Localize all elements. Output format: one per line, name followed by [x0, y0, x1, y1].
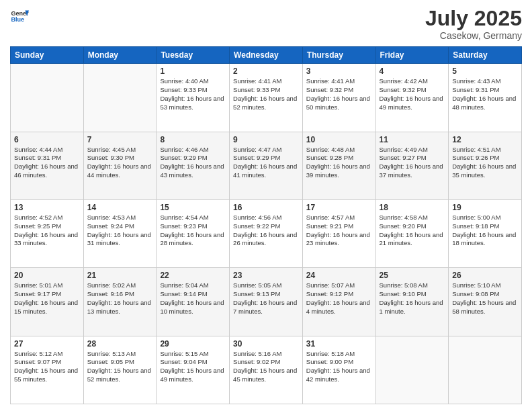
calendar-header-row: Sunday Monday Tuesday Wednesday Thursday…: [11, 47, 522, 64]
table-row: [11, 64, 84, 132]
day-number: 21: [87, 271, 153, 280]
day-content: Sunrise: 5:12 AM Sunset: 9:07 PM Dayligh…: [14, 350, 80, 384]
table-row: 27Sunrise: 5:12 AM Sunset: 9:07 PM Dayli…: [11, 336, 84, 404]
day-number: 27: [14, 339, 80, 349]
day-content: Sunrise: 4:40 AM Sunset: 9:33 PM Dayligh…: [160, 77, 226, 111]
day-number: 25: [380, 271, 445, 280]
day-number: 5: [452, 66, 518, 76]
day-number: 11: [380, 135, 445, 144]
day-content: Sunrise: 5:05 AM Sunset: 9:13 PM Dayligh…: [233, 281, 299, 316]
day-number: 29: [160, 339, 226, 349]
day-content: Sunrise: 4:54 AM Sunset: 9:23 PM Dayligh…: [160, 214, 226, 248]
day-content: Sunrise: 4:52 AM Sunset: 9:25 PM Dayligh…: [14, 214, 80, 248]
day-number: 4: [380, 66, 445, 76]
table-row: 28Sunrise: 5:13 AM Sunset: 9:05 PM Dayli…: [83, 336, 157, 404]
day-number: 24: [306, 271, 372, 280]
day-content: Sunrise: 4:53 AM Sunset: 9:24 PM Dayligh…: [87, 214, 153, 248]
day-number: 14: [87, 203, 153, 212]
col-wednesday: Wednesday: [230, 47, 303, 64]
page: General Blue July 2025 Casekow, Germany …: [0, 0, 532, 411]
table-row: [375, 336, 449, 404]
table-row: 2Sunrise: 4:41 AM Sunset: 9:33 PM Daylig…: [230, 64, 303, 132]
day-number: 13: [14, 203, 80, 212]
table-row: 11Sunrise: 4:49 AM Sunset: 9:27 PM Dayli…: [375, 132, 449, 199]
day-content: Sunrise: 4:41 AM Sunset: 9:32 PM Dayligh…: [306, 77, 372, 111]
table-row: 8Sunrise: 4:46 AM Sunset: 9:29 PM Daylig…: [157, 132, 230, 199]
day-number: 8: [160, 135, 226, 144]
header: General Blue July 2025 Casekow, Germany: [10, 7, 522, 41]
col-saturday: Saturday: [449, 47, 522, 64]
col-friday: Friday: [375, 47, 449, 64]
col-sunday: Sunday: [11, 47, 84, 64]
day-content: Sunrise: 4:57 AM Sunset: 9:21 PM Dayligh…: [306, 214, 372, 248]
table-row: 16Sunrise: 4:56 AM Sunset: 9:22 PM Dayli…: [230, 199, 303, 267]
day-number: 18: [380, 203, 445, 212]
table-row: 13Sunrise: 4:52 AM Sunset: 9:25 PM Dayli…: [11, 199, 84, 267]
day-number: 17: [306, 203, 372, 212]
month-title: July 2025: [425, 7, 522, 30]
day-content: Sunrise: 5:08 AM Sunset: 9:10 PM Dayligh…: [380, 281, 445, 316]
day-number: 26: [452, 271, 518, 280]
table-row: 4Sunrise: 4:42 AM Sunset: 9:32 PM Daylig…: [375, 64, 449, 132]
day-content: Sunrise: 4:56 AM Sunset: 9:22 PM Dayligh…: [233, 214, 299, 248]
day-number: 30: [233, 339, 299, 349]
table-row: 29Sunrise: 5:15 AM Sunset: 9:04 PM Dayli…: [157, 336, 230, 404]
logo: General Blue: [10, 7, 29, 26]
day-content: Sunrise: 4:43 AM Sunset: 9:31 PM Dayligh…: [452, 77, 518, 111]
day-content: Sunrise: 5:01 AM Sunset: 9:17 PM Dayligh…: [14, 281, 80, 316]
day-content: Sunrise: 5:16 AM Sunset: 9:02 PM Dayligh…: [233, 350, 299, 384]
table-row: 18Sunrise: 4:58 AM Sunset: 9:20 PM Dayli…: [375, 199, 449, 267]
day-content: Sunrise: 5:15 AM Sunset: 9:04 PM Dayligh…: [160, 350, 226, 384]
table-row: 15Sunrise: 4:54 AM Sunset: 9:23 PM Dayli…: [157, 199, 230, 267]
day-number: 12: [452, 135, 518, 144]
logo-icon: General Blue: [10, 7, 29, 26]
table-row: 22Sunrise: 5:04 AM Sunset: 9:14 PM Dayli…: [157, 268, 230, 336]
calendar-week-row: 6Sunrise: 4:44 AM Sunset: 9:31 PM Daylig…: [11, 132, 522, 199]
table-row: 23Sunrise: 5:05 AM Sunset: 9:13 PM Dayli…: [230, 268, 303, 336]
day-content: Sunrise: 4:45 AM Sunset: 9:30 PM Dayligh…: [87, 146, 153, 180]
table-row: [83, 64, 157, 132]
table-row: 30Sunrise: 5:16 AM Sunset: 9:02 PM Dayli…: [230, 336, 303, 404]
calendar-week-row: 27Sunrise: 5:12 AM Sunset: 9:07 PM Dayli…: [11, 336, 522, 404]
calendar-week-row: 1Sunrise: 4:40 AM Sunset: 9:33 PM Daylig…: [11, 64, 522, 132]
day-content: Sunrise: 4:42 AM Sunset: 9:32 PM Dayligh…: [380, 77, 445, 111]
day-content: Sunrise: 5:02 AM Sunset: 9:16 PM Dayligh…: [87, 281, 153, 316]
table-row: 25Sunrise: 5:08 AM Sunset: 9:10 PM Dayli…: [375, 268, 449, 336]
title-block: July 2025 Casekow, Germany: [425, 7, 522, 41]
table-row: 7Sunrise: 4:45 AM Sunset: 9:30 PM Daylig…: [83, 132, 157, 199]
day-number: 23: [233, 271, 299, 280]
table-row: 24Sunrise: 5:07 AM Sunset: 9:12 PM Dayli…: [302, 268, 375, 336]
calendar-week-row: 20Sunrise: 5:01 AM Sunset: 9:17 PM Dayli…: [11, 268, 522, 336]
day-number: 3: [306, 66, 372, 76]
table-row: 21Sunrise: 5:02 AM Sunset: 9:16 PM Dayli…: [83, 268, 157, 336]
table-row: [449, 336, 522, 404]
day-number: 1: [160, 66, 226, 76]
day-content: Sunrise: 5:07 AM Sunset: 9:12 PM Dayligh…: [306, 281, 372, 316]
day-number: 9: [233, 135, 299, 144]
day-number: 19: [452, 203, 518, 212]
day-number: 16: [233, 203, 299, 212]
day-content: Sunrise: 4:46 AM Sunset: 9:29 PM Dayligh…: [160, 146, 226, 180]
table-row: 6Sunrise: 4:44 AM Sunset: 9:31 PM Daylig…: [11, 132, 84, 199]
table-row: 5Sunrise: 4:43 AM Sunset: 9:31 PM Daylig…: [449, 64, 522, 132]
col-thursday: Thursday: [302, 47, 375, 64]
col-tuesday: Tuesday: [157, 47, 230, 64]
day-number: 20: [14, 271, 80, 280]
table-row: 14Sunrise: 4:53 AM Sunset: 9:24 PM Dayli…: [83, 199, 157, 267]
day-number: 31: [306, 339, 372, 349]
table-row: 9Sunrise: 4:47 AM Sunset: 9:29 PM Daylig…: [230, 132, 303, 199]
day-number: 28: [87, 339, 153, 349]
location: Casekow, Germany: [425, 30, 522, 41]
table-row: 26Sunrise: 5:10 AM Sunset: 9:08 PM Dayli…: [449, 268, 522, 336]
day-number: 6: [14, 135, 80, 144]
day-content: Sunrise: 5:13 AM Sunset: 9:05 PM Dayligh…: [87, 350, 153, 384]
day-content: Sunrise: 5:18 AM Sunset: 9:00 PM Dayligh…: [306, 350, 372, 384]
table-row: 1Sunrise: 4:40 AM Sunset: 9:33 PM Daylig…: [157, 64, 230, 132]
day-content: Sunrise: 4:58 AM Sunset: 9:20 PM Dayligh…: [380, 214, 445, 248]
day-number: 10: [306, 135, 372, 144]
day-content: Sunrise: 4:47 AM Sunset: 9:29 PM Dayligh…: [233, 146, 299, 180]
table-row: 12Sunrise: 4:51 AM Sunset: 9:26 PM Dayli…: [449, 132, 522, 199]
table-row: 3Sunrise: 4:41 AM Sunset: 9:32 PM Daylig…: [302, 64, 375, 132]
day-content: Sunrise: 4:48 AM Sunset: 9:28 PM Dayligh…: [306, 146, 372, 180]
day-number: 15: [160, 203, 226, 212]
